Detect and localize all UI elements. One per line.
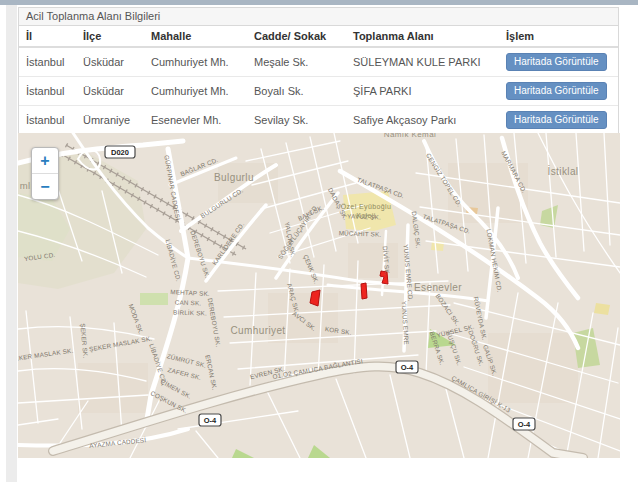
cell-cadde: Meşale Sk. <box>247 47 346 77</box>
view-on-map-button[interactable]: Haritada Görüntüle <box>506 82 607 100</box>
road-shield-label: O-4 <box>204 416 217 425</box>
zoom-out-button[interactable]: − <box>32 173 58 199</box>
top-bar <box>0 0 638 5</box>
cell-action: Haritada Görüntüle <box>499 47 618 77</box>
place-label: Namık Kemal <box>384 133 436 139</box>
cell-ilce: Üsküdar <box>76 77 144 106</box>
assembly-area-polygon[interactable] <box>361 283 367 299</box>
place-label: Bulgurlu <box>214 172 254 183</box>
place-label: Cumhuriyet <box>230 325 285 336</box>
road-shield-label: O-4 <box>518 420 531 429</box>
assembly-table: İl İlçe Mahalle Cadde/ Sokak Toplanma Al… <box>19 26 618 134</box>
page-gutter <box>6 5 17 482</box>
cell-il: İstanbul <box>19 77 76 106</box>
street-label: MÜCAHİT SK. <box>339 228 382 237</box>
table-header-row: İl İlçe Mahalle Cadde/ Sokak Toplanma Al… <box>19 26 618 47</box>
table-row: İstanbulÜsküdarCumhuriyet Mh.Boyalı Sk.Ş… <box>19 77 618 106</box>
place-label: Esenevler <box>414 282 462 293</box>
street-label: BİRLİK SK. <box>173 307 207 316</box>
road-shield-label: D020 <box>111 148 129 157</box>
col-header-islem: İşlem <box>499 26 618 47</box>
map-zoom-control: + − <box>31 147 59 200</box>
view-on-map-button[interactable]: Haritada Görüntüle <box>506 53 607 71</box>
street-label: CAN SK. <box>175 299 202 307</box>
table-row: İstanbulÜsküdarCumhuriyet Mh.Meşale Sk.S… <box>19 47 618 77</box>
cell-cadde: Boyalı Sk. <box>247 77 346 106</box>
cell-mahalle: Cumhuriyet Mh. <box>144 47 247 77</box>
cell-il: İstanbul <box>19 47 76 77</box>
col-header-cadde-sokak: Cadde/ Sokak <box>247 26 346 47</box>
place-label: Özel Eyüboğlu <box>341 203 392 211</box>
cell-alan: ŞİFA PARKI <box>346 77 499 106</box>
cell-mahalle: Cumhuriyet Mh. <box>144 77 247 106</box>
view-on-map-button[interactable]: Haritada Görüntüle <box>506 111 607 129</box>
col-header-ilce: İlçe <box>76 26 144 47</box>
panel-title: Acil Toplanma Alanı Bilgileri <box>19 8 618 26</box>
col-header-il: İl <box>19 26 76 47</box>
table-row: İstanbulÜmraniyeEsenevler Mh.Sevilay Sk.… <box>19 106 618 135</box>
cell-ilce: Üsküdar <box>76 47 144 77</box>
cell-action: Haritada Görüntüle <box>499 106 618 135</box>
zoom-in-button[interactable]: + <box>32 148 58 173</box>
col-header-mahalle: Mahalle <box>144 26 247 47</box>
assembly-area-polygon[interactable] <box>310 290 320 306</box>
cell-action: Haritada Görüntüle <box>499 77 618 106</box>
cell-alan: SÜLEYMAN KULE PARKI <box>346 47 499 77</box>
cell-il: İstanbul <box>19 106 76 135</box>
map-container[interactable]: GÜRPINAR CADDESİBAĞLAR CD.BULGURLU CD.KA… <box>18 133 620 458</box>
map-canvas[interactable]: GÜRPINAR CADDESİBAĞLAR CD.BULGURLU CD.KA… <box>18 133 620 458</box>
cell-cadde: Sevilay Sk. <box>247 106 346 135</box>
building-area <box>594 303 610 315</box>
place-label: İstiklal <box>548 165 579 177</box>
park-area <box>140 293 168 305</box>
cell-alan: Safiye Akçasoy Parkı <box>346 106 499 135</box>
assembly-table-body: İstanbulÜsküdarCumhuriyet Mh.Meşale Sk.S… <box>19 47 618 134</box>
assembly-info-panel: Acil Toplanma Alanı Bilgileri İl İlçe Ma… <box>18 7 619 135</box>
road-shield-label: O-4 <box>401 363 414 372</box>
col-header-toplanma-alani: Toplanma Alanı <box>346 26 499 47</box>
cell-ilce: Ümraniye <box>76 106 144 135</box>
district-area <box>488 333 578 403</box>
place-label: Koleji <box>356 212 376 220</box>
cell-mahalle: Esenevler Mh. <box>144 106 247 135</box>
